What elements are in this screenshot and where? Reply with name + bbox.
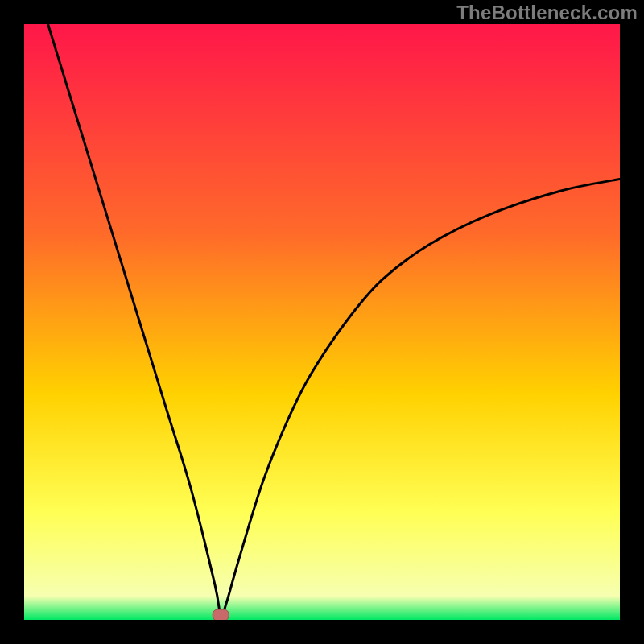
watermark-text: TheBottleneck.com xyxy=(456,2,638,24)
optimal-marker xyxy=(213,609,229,620)
bottleneck-chart xyxy=(24,24,620,620)
plot-area xyxy=(24,24,620,620)
chart-frame: TheBottleneck.com xyxy=(0,0,644,644)
gradient-background xyxy=(24,24,620,620)
